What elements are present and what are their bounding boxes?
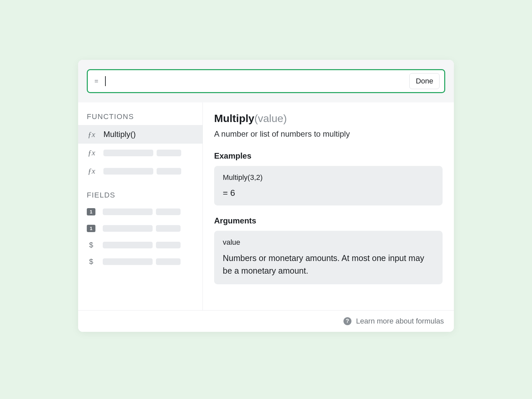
- field-item[interactable]: 1: [78, 220, 202, 237]
- skeleton-bar: [156, 225, 181, 232]
- function-name: Multiply: [214, 112, 254, 124]
- arguments-heading: Arguments: [214, 216, 443, 225]
- text-cursor: [105, 76, 106, 86]
- footer: ? Learn more about formulas: [78, 310, 454, 332]
- skeleton-bar: [103, 168, 153, 175]
- functions-section-label: FUNCTIONS: [78, 111, 202, 125]
- argument-description: Numbers or monetary amounts. At most one…: [223, 252, 434, 277]
- function-item-placeholder[interactable]: ƒx: [78, 144, 202, 162]
- skeleton-bar: [103, 150, 153, 156]
- argument-box: value Numbers or monetary amounts. At mo…: [214, 231, 443, 284]
- field-item[interactable]: 1: [78, 203, 202, 220]
- fx-icon: ƒx: [87, 148, 96, 157]
- example-box: Multiply(3,2) = 6: [214, 166, 443, 205]
- equals-prefix: =: [94, 77, 98, 85]
- number-field-icon: 1: [87, 208, 95, 215]
- examples-heading: Examples: [214, 151, 443, 161]
- skeleton-bar: [103, 208, 153, 215]
- sidebar: FUNCTIONS ƒx Multiply() ƒx ƒx: [78, 102, 203, 310]
- skeleton-bar: [156, 258, 181, 265]
- formula-bar-container: = Done: [78, 60, 454, 102]
- skeleton-bar: [156, 242, 181, 248]
- currency-field-icon: $: [87, 241, 95, 249]
- editor-body: FUNCTIONS ƒx Multiply() ƒx ƒx: [78, 102, 454, 310]
- function-item-placeholder[interactable]: ƒx: [78, 162, 202, 180]
- skeleton-bar: [103, 225, 153, 232]
- fx-icon: ƒx: [87, 130, 96, 139]
- formula-bar: = Done: [87, 69, 445, 93]
- function-title: Multiply(value): [214, 112, 443, 125]
- done-button[interactable]: Done: [409, 73, 440, 89]
- fields-section-label: FIELDS: [78, 190, 202, 203]
- skeleton-bar: [103, 242, 153, 248]
- learn-more-link[interactable]: Learn more about formulas: [356, 317, 444, 326]
- field-item[interactable]: $: [78, 253, 202, 265]
- skeleton-row: [103, 168, 194, 175]
- skeleton-row: [103, 208, 194, 215]
- skeleton-row: [103, 258, 194, 265]
- currency-field-icon: $: [87, 258, 95, 265]
- fx-icon: ƒx: [87, 167, 96, 176]
- skeleton-bar: [157, 150, 181, 156]
- function-item-multiply[interactable]: ƒx Multiply(): [78, 125, 202, 144]
- skeleton-row: [103, 150, 194, 156]
- number-field-icon: 1: [87, 225, 95, 232]
- details-pane: Multiply(value) A number or list of numb…: [203, 102, 454, 310]
- skeleton-bar: [157, 168, 181, 175]
- skeleton-row: [103, 242, 194, 248]
- skeleton-bar: [156, 208, 181, 215]
- skeleton-row: [103, 225, 194, 232]
- example-call: Multiply(3,2): [223, 173, 434, 182]
- formula-input[interactable]: [104, 70, 410, 92]
- argument-name: value: [223, 238, 434, 247]
- skeleton-bar: [103, 258, 153, 265]
- formula-editor-panel: = Done FUNCTIONS ƒx Multiply() ƒx: [78, 60, 454, 332]
- function-item-label: Multiply(): [103, 130, 136, 139]
- function-signature: (value): [254, 112, 287, 124]
- function-description: A number or list of numbers to multiply: [214, 129, 443, 139]
- field-item[interactable]: $: [78, 237, 202, 253]
- help-icon: ?: [343, 317, 351, 325]
- example-result: = 6: [223, 188, 434, 198]
